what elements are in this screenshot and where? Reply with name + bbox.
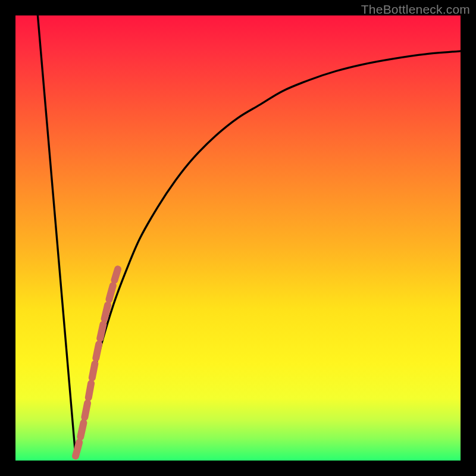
curve-left-descent [37,15,76,456]
chart-frame: TheBottleneck.com [0,0,476,476]
chart-svg [15,15,461,461]
chart-plot-area [15,15,461,461]
watermark-text: TheBottleneck.com [361,2,470,17]
highlight-segment [76,269,118,456]
curve-right-recovery [76,51,461,456]
